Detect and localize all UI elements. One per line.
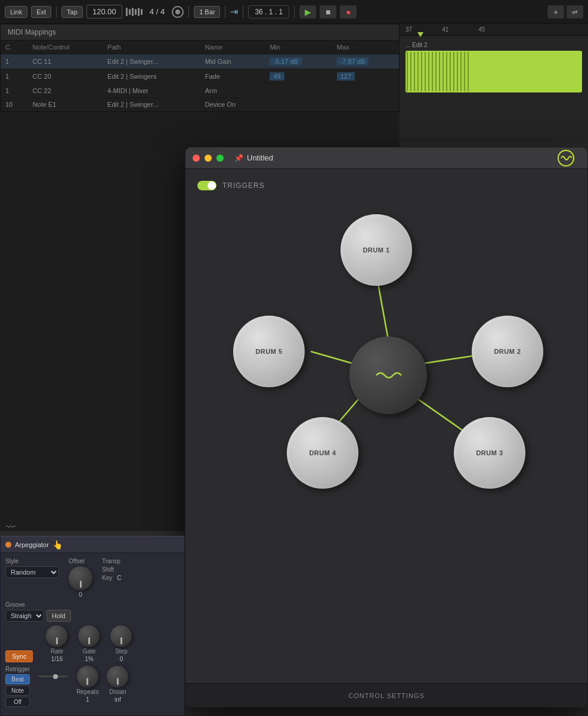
repeats-label: Repeats [76,689,98,695]
cell-ch: 1 [1,69,28,84]
table-row[interactable]: 1 CC 11 Edit 2 | Swinger... Mid Gain -5.… [1,54,399,69]
cell-max [332,84,399,98]
stop-button[interactable]: ■ [320,5,336,18]
repeats-slider[interactable] [38,675,68,677]
offset-value: 0 [79,591,82,598]
logo-wave-icon [560,155,572,162]
pin-icon: 📌 [234,154,243,162]
col-name: Name [200,41,265,54]
style-label: Style [5,558,59,564]
plugin-logo-button[interactable] [558,150,574,166]
retrigger-off-button[interactable]: Off [5,697,30,707]
arp-row-4: Retrigger Beat Note Off Repeats 1 Dista [5,666,180,707]
minimize-button[interactable] [205,155,212,162]
bpm-display[interactable]: 120.00 [86,5,122,18]
clip-lines [406,51,582,92]
plugin-titlebar: 📌 Untitled [185,147,587,169]
drum-5-node[interactable]: DRUM 5 [233,316,305,387]
divider-3 [225,6,225,18]
retrigger-label: Retrigger [5,666,30,672]
cell-max: 127 [332,69,399,84]
table-row[interactable]: 10 Note E1 Edit 2 | Swinger... Device On [1,98,399,112]
playhead-indicator [417,32,423,37]
col-max: Max [332,41,399,54]
add-button[interactable]: + [547,5,564,18]
rate-label: Rate [51,648,63,655]
track-clip[interactable] [406,51,582,92]
divider-4 [243,6,243,18]
triggers-toggle[interactable] [197,181,216,190]
plugin-title-text: Untitled [247,153,273,162]
svg-line-4 [311,351,352,363]
cell-name: Device On [200,98,265,112]
plugin-window: 📌 Untitled TRIGGERS [185,147,588,708]
drum-4-node[interactable]: DRUM 4 [287,417,358,489]
midi-mappings-panel: MIDI Mappings C. Note/Control Path Name … [0,24,400,112]
col-path: Path [103,41,200,54]
cell-control: Note E1 [28,98,103,112]
steps-label: Step [115,648,128,655]
timeline-track: ... Edit 2 [400,36,588,98]
sync-button[interactable]: Sync [5,650,33,662]
midi-mappings-header: MIDI Mappings [1,24,399,41]
cell-path: Edit 2 | Swinger... [103,54,200,69]
steps-knob-container: Step 0 [110,625,132,662]
record-button[interactable]: ● [340,5,357,18]
gate-value: 1% [85,656,93,662]
groove-select[interactable]: Straight Shuffle [5,610,44,622]
retrigger-col: Retrigger Beat Note Off [5,666,30,707]
steps-knob[interactable] [110,625,132,647]
cell-ch: 1 [1,54,28,69]
table-row[interactable]: 1 CC 20 Edit 2 | Swingers Fade 49 127 [1,69,399,84]
retrigger-note-button[interactable]: Note [5,686,30,696]
style-select[interactable]: Random Up Down [5,566,59,578]
cell-control: CC 11 [28,54,103,69]
link-button[interactable]: Link [5,6,27,18]
retrigger-buttons: Beat Note Off [5,674,30,707]
repeats-knob[interactable] [77,666,98,687]
rate-knob[interactable] [46,625,67,647]
tap-button[interactable]: Tap [61,6,83,18]
loop-button[interactable]: ⇌ [567,5,583,18]
midi-mappings-table: C. Note/Control Path Name Min Max 1 CC 1… [1,41,399,112]
distance-knob[interactable] [107,666,128,687]
goto-button[interactable]: ⇥ [230,6,238,17]
drum-3-node[interactable]: DRUM 3 [454,417,525,489]
key-row: Key C [102,575,121,581]
cell-min: -5.17 dB [265,54,332,69]
transp-col: Transp Shift Key C [102,558,121,581]
rate-knob-container: Rate 1/16 [46,625,67,662]
record-circle[interactable] [172,6,184,18]
ruler-mark-37: 37 [406,26,412,33]
col-ch: C. [1,41,28,54]
drum-4-label: DRUM 4 [309,449,336,456]
key-value: C [117,575,121,581]
transp-row: Shift [102,566,121,573]
cell-path: Edit 2 | Swinger... [103,98,200,112]
offset-knob-container: 0 [69,566,92,598]
offset-col: Offset 0 [69,558,92,598]
drum-2-node[interactable]: DRUM 2 [472,316,543,387]
plugin-title-area: 📌 Untitled [228,150,580,166]
table-row[interactable]: 1 CC 22 4-MIDI | Mixer Arm [1,84,399,98]
control-settings-bar[interactable]: CONTROL SETTINGS [185,683,587,707]
gate-label: Gate [83,648,96,655]
bar-selector[interactable]: 1 Bar [194,6,220,18]
cell-name: Mid Gain [200,54,265,69]
shift-label: Shift [102,566,114,573]
ext-button[interactable]: Ext [31,6,51,18]
maximize-button[interactable] [216,155,224,162]
retrigger-beat-button[interactable]: Beat [5,674,30,684]
top-bar: Link Ext Tap 120.00 4 / 4 1 Bar ⇥ 36 . 1… [0,0,588,24]
metro-bars [126,8,143,16]
offset-knob[interactable] [69,566,92,590]
drum-1-node[interactable]: DRUM 1 [341,214,412,286]
center-node[interactable] [349,337,427,414]
arp-row-3: Sync Rate 1/16 Gate 1% Step 0 [5,625,180,662]
drum-1-label: DRUM 1 [363,246,389,254]
hold-button[interactable]: Hold [47,610,71,622]
top-right-buttons: + ⇌ [547,5,583,18]
play-button[interactable]: ▶ [299,5,316,18]
close-button[interactable] [193,155,200,162]
gate-knob[interactable] [78,625,100,647]
